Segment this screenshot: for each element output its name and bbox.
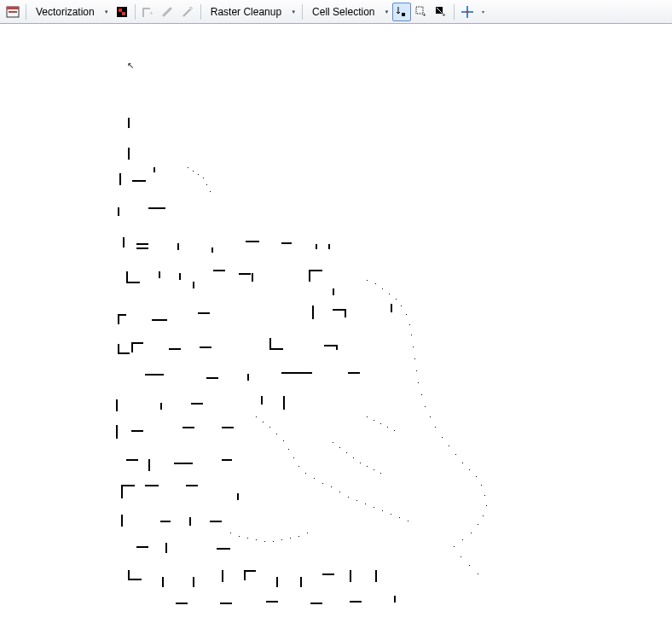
vector-trace-button: +: [139, 3, 158, 21]
magic-erase-button: [178, 3, 197, 21]
separator: [26, 4, 26, 20]
map-canvas[interactable]: ↖: [0, 24, 672, 623]
vector-trace-icon: +: [142, 5, 155, 19]
arcscan-toolbar: Vectorization ▼ + Raster Cleanup ▼ Cell …: [0, 0, 672, 24]
raster-painting-button[interactable]: [113, 3, 131, 21]
raster-erase-button: [159, 3, 177, 21]
raster-cleanup-label: Raster Cleanup: [211, 6, 281, 18]
raster-painting-icon: [115, 5, 129, 19]
raster-cleanup-dropdown-arrow[interactable]: ▼: [288, 9, 298, 15]
raster-erase-icon: [161, 5, 175, 19]
clear-selection-icon: +: [434, 5, 448, 19]
raster-cleanup-menu[interactable]: Raster Cleanup: [205, 3, 287, 21]
svg-text:+: +: [149, 9, 154, 17]
magic-erase-icon: [181, 5, 194, 19]
svg-rect-4: [119, 9, 122, 12]
svg-rect-1: [7, 7, 19, 9]
svg-rect-5: [122, 12, 125, 15]
separator: [200, 4, 201, 20]
separator: [454, 4, 455, 20]
svg-text:+: +: [422, 11, 426, 19]
svg-rect-2: [9, 11, 17, 13]
select-connected-cells-button[interactable]: [392, 3, 411, 21]
raster-snapping-button[interactable]: [458, 3, 477, 21]
cell-selection-label: Cell Selection: [312, 6, 374, 18]
separator: [302, 4, 303, 20]
vectorization-menu[interactable]: Vectorization: [30, 3, 101, 21]
vectorization-dropdown-arrow[interactable]: ▼: [101, 9, 112, 15]
layer-target-button[interactable]: [3, 3, 22, 21]
raster-layer: [111, 58, 520, 613]
select-connected-cells-icon: [395, 5, 408, 19]
toolbar-options-dropdown[interactable]: ▾: [478, 9, 488, 15]
layer-target-icon: [6, 5, 20, 19]
cell-selection-menu[interactable]: Cell Selection: [306, 3, 380, 21]
cursor-icon: ↖: [127, 61, 134, 70]
raster-snapping-icon: [461, 5, 474, 19]
separator: [135, 4, 136, 20]
select-cells-extent-icon: +: [414, 5, 428, 19]
svg-point-12: [466, 10, 469, 13]
clear-selection-button[interactable]: +: [432, 3, 450, 21]
cell-selection-dropdown-arrow[interactable]: ▼: [381, 9, 391, 15]
svg-rect-7: [402, 13, 405, 16]
vectorization-label: Vectorization: [36, 6, 95, 18]
svg-text:+: +: [442, 11, 446, 19]
select-cells-extent-button[interactable]: +: [412, 3, 431, 21]
